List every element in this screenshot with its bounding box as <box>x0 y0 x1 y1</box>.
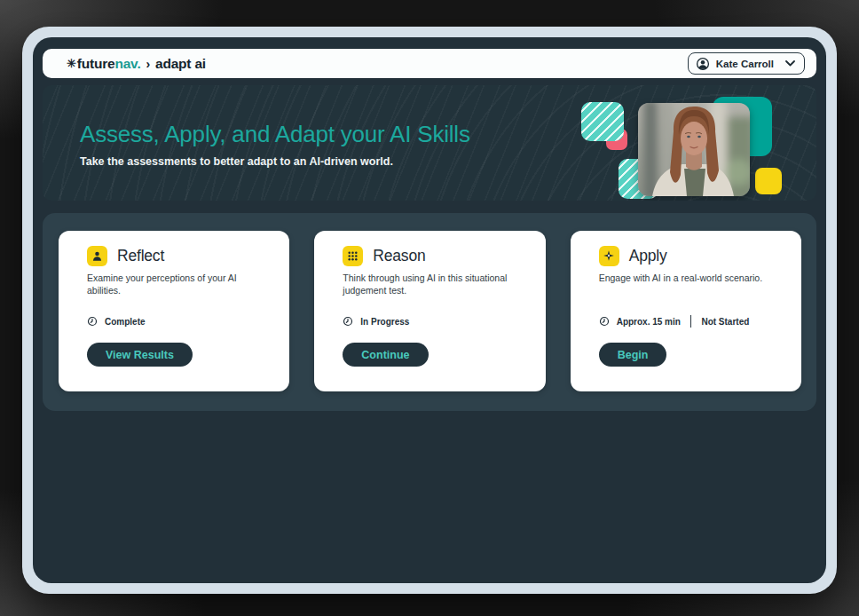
top-navbar: ✳futurenav. › adapt ai Kate Carroll <box>43 49 816 78</box>
user-menu-button[interactable]: Kate Carroll <box>688 52 805 75</box>
card-header: Reflect <box>87 244 268 267</box>
sparkle-icon <box>599 246 619 266</box>
card-description: Examine your perceptions of your AI abil… <box>87 272 268 310</box>
card-header: Reason <box>343 244 524 267</box>
grid-dots-icon <box>343 246 363 266</box>
hero-text-block: Assess, Apply, and Adapt your AI Skills … <box>80 121 470 168</box>
card-status-row: In Progress <box>343 315 524 328</box>
device-frame: ✳futurenav. › adapt ai Kate Carroll <box>22 27 837 594</box>
clock-icon <box>87 316 98 327</box>
user-avatar-icon <box>696 57 710 71</box>
duration-label: Approx. 15 min <box>617 317 681 327</box>
card-title: Apply <box>629 247 667 265</box>
clock-icon <box>343 316 353 327</box>
card-apply: Apply Engage with AI in a real-world sce… <box>571 231 801 391</box>
user-name: Kate Carroll <box>716 59 774 69</box>
app-name: adapt ai <box>155 56 206 72</box>
clock-icon <box>599 316 610 327</box>
view-results-button[interactable]: View Results <box>87 343 193 367</box>
hero-title: Assess, Apply, and Adapt your AI Skills <box>80 121 470 148</box>
brand-name-accent: nav. <box>114 56 140 72</box>
card-header: Apply <box>599 244 780 267</box>
card-title: Reflect <box>117 247 164 265</box>
card-title: Reason <box>373 247 425 265</box>
status-label: In Progress <box>360 317 409 327</box>
continue-button[interactable]: Continue <box>343 343 428 367</box>
decor-striped-square-top <box>581 102 624 141</box>
card-reflect: Reflect Examine your perceptions of your… <box>59 231 289 391</box>
decor-yellow-square <box>755 168 782 194</box>
breadcrumb-separator: › <box>146 57 150 71</box>
status-divider <box>690 315 692 328</box>
brand-logo: ✳futurenav. › adapt ai <box>67 56 206 72</box>
card-status-row: Approx. 15 min Not Started <box>599 315 780 328</box>
hero-portrait-photo <box>638 103 750 196</box>
hero-banner: Assess, Apply, and Adapt your AI Skills … <box>43 85 816 201</box>
person-icon <box>87 246 107 266</box>
begin-button[interactable]: Begin <box>599 343 667 367</box>
chevron-down-icon <box>785 60 795 67</box>
app-screen: ✳futurenav. › adapt ai Kate Carroll <box>33 37 826 583</box>
card-description: Think through using AI in this situation… <box>343 272 524 310</box>
status-label: Not Started <box>701 317 749 327</box>
brand-name-primary: future <box>77 56 115 72</box>
status-label: Complete <box>105 317 146 327</box>
card-status-row: Complete <box>87 315 268 328</box>
brand-asterisk-icon: ✳ <box>67 57 76 70</box>
assessments-panel: Reflect Examine your perceptions of your… <box>43 213 816 411</box>
card-description: Engage with AI in a real-world scenario. <box>599 272 780 310</box>
hero-subtitle: Take the assessments to better adapt to … <box>80 155 470 168</box>
card-reason: Reason Think through using AI in this si… <box>314 231 545 391</box>
